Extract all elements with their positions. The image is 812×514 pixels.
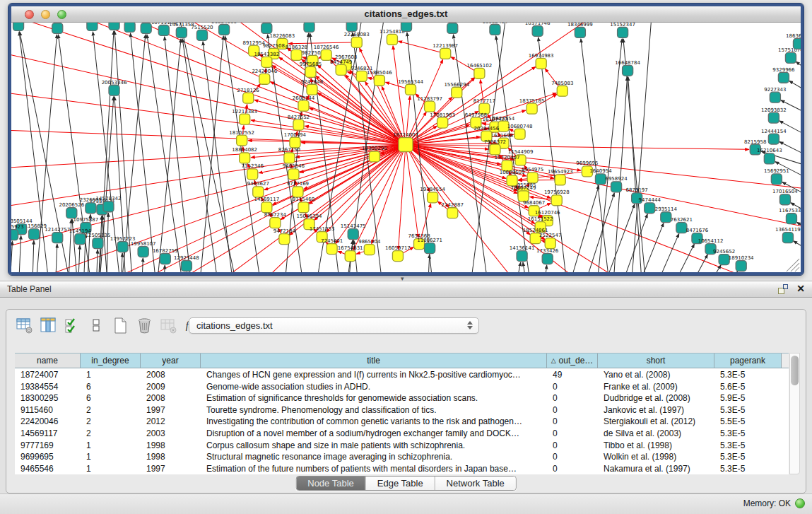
graph-node[interactable] bbox=[452, 87, 462, 98]
cell-pagerank[interactable]: 5.3E-5 bbox=[714, 451, 782, 463]
graph-node[interactable] bbox=[158, 25, 169, 35]
cell-short[interactable]: Nakamura et al. (1997) bbox=[598, 463, 714, 474]
delete-attribute-icon[interactable] bbox=[135, 316, 154, 335]
cell-year[interactable]: 2009 bbox=[141, 381, 201, 393]
cell-out_degree[interactable]: 0 bbox=[547, 463, 598, 474]
cell-title[interactable]: Genome-wide association studies in ADHD. bbox=[201, 381, 547, 393]
float-panel-icon[interactable] bbox=[778, 284, 788, 294]
graph-node[interactable] bbox=[736, 261, 746, 271]
graph-node[interactable] bbox=[405, 84, 416, 95]
graph-node[interactable] bbox=[676, 223, 687, 233]
graph-node[interactable] bbox=[124, 23, 135, 32]
row-height-icon[interactable] bbox=[87, 316, 106, 335]
table-row[interactable]: 946554611997Estimation of the future num… bbox=[15, 463, 789, 474]
table-row[interactable]: 969969511998Structural magnetic resonanc… bbox=[15, 451, 789, 463]
graph-node[interactable] bbox=[261, 202, 272, 213]
graph-node[interactable] bbox=[261, 23, 272, 33]
graph-node[interactable] bbox=[428, 192, 438, 203]
graph-node[interactable] bbox=[243, 93, 254, 103]
graph-node[interactable] bbox=[392, 251, 403, 262]
table-row[interactable]: 1938455462009Genome-wide association stu… bbox=[15, 381, 789, 393]
graph-node[interactable] bbox=[247, 169, 258, 180]
graph-node[interactable] bbox=[348, 229, 358, 240]
cell-out_degree[interactable]: 0 bbox=[547, 440, 598, 452]
delete-table-icon[interactable] bbox=[159, 316, 178, 335]
graph-node[interactable] bbox=[160, 254, 170, 264]
graph-node[interactable] bbox=[425, 101, 435, 112]
cell-year[interactable]: 2012 bbox=[141, 416, 201, 428]
graph-node[interactable] bbox=[75, 234, 86, 245]
graph-node[interactable] bbox=[474, 68, 485, 78]
graph-node[interactable] bbox=[661, 212, 671, 223]
graph-node[interactable] bbox=[346, 23, 357, 31]
graph-node[interactable] bbox=[768, 112, 779, 123]
graph-node[interactable] bbox=[771, 174, 782, 185]
vertical-scrollbar[interactable] bbox=[789, 353, 800, 474]
graph-node[interactable] bbox=[425, 243, 435, 254]
graph-node[interactable] bbox=[29, 229, 40, 240]
graph-node[interactable] bbox=[618, 27, 628, 37]
cell-in_degree[interactable]: 1 bbox=[81, 440, 141, 452]
graph-node[interactable] bbox=[279, 234, 290, 245]
graph-node[interactable] bbox=[93, 238, 103, 249]
column-header-title[interactable]: title bbox=[201, 354, 547, 368]
cell-out_degree[interactable]: 0 bbox=[547, 416, 598, 428]
graph-node[interactable] bbox=[13, 23, 24, 30]
cell-name[interactable]: 18300295 bbox=[15, 392, 81, 404]
graph-node[interactable] bbox=[284, 153, 295, 163]
table-row[interactable]: 1872400712008Changes of HCN gene express… bbox=[15, 369, 789, 381]
graph-node[interactable] bbox=[551, 195, 562, 206]
column-header-short[interactable]: short bbox=[598, 354, 714, 368]
network-canvas[interactable]: 1872400789129541822608398275081854338281… bbox=[11, 23, 801, 272]
scrollbar-thumb[interactable] bbox=[791, 356, 799, 385]
cell-short[interactable]: Jankovic et al. (1997) bbox=[598, 404, 714, 416]
graph-node[interactable] bbox=[109, 23, 119, 30]
cell-out_degree[interactable]: 0 bbox=[547, 392, 598, 404]
graph-node[interactable] bbox=[240, 114, 250, 124]
graph-node[interactable] bbox=[351, 37, 362, 47]
cell-short[interactable]: Yano et al. (2008) bbox=[598, 369, 714, 381]
graph-node[interactable] bbox=[514, 129, 525, 139]
cell-out_degree[interactable]: 49 bbox=[547, 369, 598, 381]
table-row[interactable]: 2242004622012Investigating the contribut… bbox=[15, 416, 789, 428]
tab-node-table[interactable]: Node Table bbox=[296, 477, 366, 490]
table-row[interactable]: 911546021997Tourette syndrome. Phenomeno… bbox=[15, 404, 789, 416]
graph-node[interactable] bbox=[103, 201, 114, 212]
tab-network-table[interactable]: Network Table bbox=[435, 477, 516, 490]
cell-pagerank[interactable]: 5.9E-5 bbox=[714, 392, 782, 404]
graph-node[interactable] bbox=[545, 238, 555, 249]
close-panel-icon[interactable]: ✕ bbox=[796, 283, 805, 294]
graph-node[interactable] bbox=[447, 208, 458, 218]
cell-short[interactable]: Wolkin et al. (1998) bbox=[598, 451, 714, 463]
cell-in_degree[interactable]: 1 bbox=[81, 369, 141, 381]
graph-node[interactable] bbox=[240, 153, 250, 163]
cell-pagerank[interactable]: 5.6E-5 bbox=[714, 381, 782, 393]
column-header-pagerank[interactable]: pagerank bbox=[714, 354, 782, 368]
graph-node[interactable] bbox=[138, 247, 148, 257]
cell-pagerank[interactable]: 5.3E-5 bbox=[714, 440, 782, 452]
cell-pagerank[interactable]: 5.3E-5 bbox=[714, 369, 782, 381]
graph-node[interactable] bbox=[293, 119, 304, 130]
graph-node[interactable] bbox=[527, 173, 538, 183]
graph-node[interactable] bbox=[440, 48, 451, 59]
cell-out_degree[interactable]: 0 bbox=[547, 428, 598, 440]
graph-node[interactable] bbox=[364, 245, 375, 255]
graph-node[interactable] bbox=[87, 23, 98, 30]
graph-node[interactable] bbox=[536, 58, 546, 69]
cell-in_degree[interactable]: 2 bbox=[81, 416, 141, 428]
graph-node[interactable] bbox=[326, 244, 337, 255]
cell-in_degree[interactable]: 2 bbox=[81, 404, 141, 416]
cell-title[interactable]: Estimation of the future numbers of pati… bbox=[201, 463, 547, 474]
cell-year[interactable]: 1997 bbox=[141, 404, 201, 416]
select-columns-icon[interactable] bbox=[63, 316, 82, 335]
graph-node[interactable] bbox=[196, 30, 207, 40]
graph-node[interactable] bbox=[387, 34, 397, 45]
graph-node[interactable] bbox=[437, 117, 448, 128]
cell-in_degree[interactable]: 1 bbox=[81, 463, 141, 474]
graph-node[interactable] bbox=[782, 233, 793, 243]
cell-name[interactable]: 18724007 bbox=[15, 369, 81, 381]
column-header-name[interactable]: name bbox=[15, 354, 81, 368]
cell-year[interactable]: 1998 bbox=[141, 440, 201, 452]
graph-node[interactable] bbox=[109, 85, 119, 95]
cell-short[interactable]: de Silva et al. (2003) bbox=[598, 428, 714, 440]
